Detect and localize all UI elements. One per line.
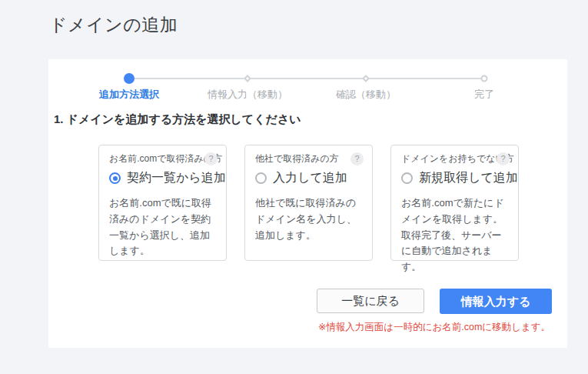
radio-label[interactable]: 新規取得して追加 xyxy=(419,170,518,186)
redirect-note: ※情報入力画面は一時的にお名前.comに移動します。 xyxy=(318,321,550,334)
section-heading: 1. ドメインを追加する方法を選択してください xyxy=(54,112,301,127)
option-card-new-register[interactable]: ? ドメインをお持ちでない方 新規取得して追加 お名前.comで新たにドメインを… xyxy=(390,145,519,261)
step-label-confirm: 確認（移動） xyxy=(308,88,424,102)
radio-label[interactable]: 入力して追加 xyxy=(273,170,347,186)
step-label-info-input: 情報入力（移動） xyxy=(190,88,305,102)
wizard-panel: 追加方法選択 情報入力（移動） 確認（移動） 完了 1. ドメインを追加する方法… xyxy=(48,59,567,348)
option-description: お名前.comで新たにドメインを取得します。取得完了後、サーバーに自動で追加され… xyxy=(401,195,508,275)
option-description: お名前.comで既に取得済みのドメインを契約一覧から選択し、追加します。 xyxy=(109,195,216,259)
stepper-track xyxy=(129,78,484,79)
step-label-done: 完了 xyxy=(427,88,542,102)
option-header: ドメインをお持ちでない方 xyxy=(401,152,508,165)
radio-new-register[interactable] xyxy=(401,172,413,184)
option-card-manual-input[interactable]: ? 他社で取得済みの方 入力して追加 他社で既に取得済みのドメイン名を入力し、追… xyxy=(244,145,373,261)
step-marker-2-icon xyxy=(244,75,251,82)
radio-manual-input[interactable] xyxy=(255,172,267,184)
radio-label[interactable]: 契約一覧から追加 xyxy=(127,170,226,186)
radio-contract-list[interactable] xyxy=(109,172,121,184)
option-header: お名前.comで取得済みの方 xyxy=(109,152,216,165)
step-label-method-select: 追加方法選択 xyxy=(71,88,187,102)
back-to-list-button[interactable]: 一覧に戻る xyxy=(317,289,424,313)
help-icon[interactable]: ? xyxy=(350,152,364,165)
step-marker-3-icon xyxy=(362,75,370,82)
info-input-button[interactable]: 情報入力する xyxy=(440,289,552,314)
help-icon[interactable]: ? xyxy=(497,152,510,165)
page-title: ドメインの追加 xyxy=(49,13,178,37)
help-icon[interactable]: ? xyxy=(204,152,218,165)
option-description: 他社で既に取得済みのドメイン名を入力し、追加します。 xyxy=(255,195,362,243)
step-marker-1-active-icon xyxy=(124,73,135,84)
option-card-contract-list[interactable]: ? お名前.comで取得済みの方 契約一覧から追加 お名前.comで既に取得済み… xyxy=(98,145,227,261)
option-header: 他社で取得済みの方 xyxy=(255,152,362,165)
step-marker-4-icon xyxy=(481,75,488,82)
